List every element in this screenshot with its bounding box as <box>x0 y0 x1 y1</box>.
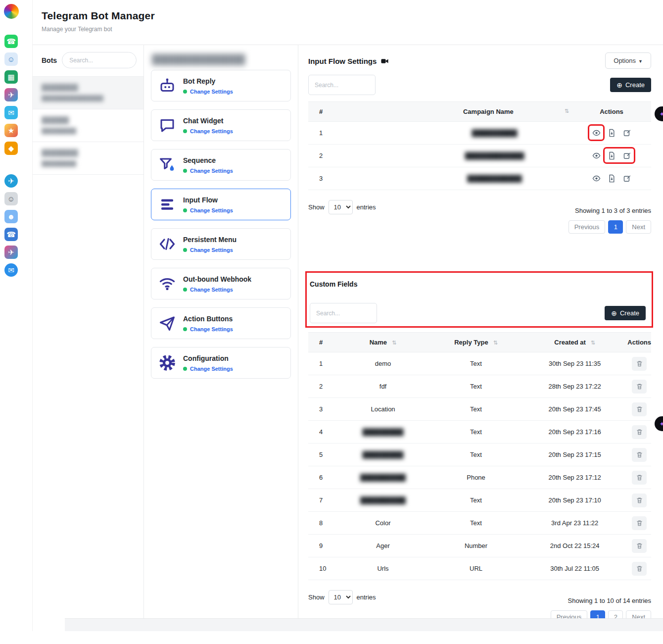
delete-button[interactable] <box>632 494 647 507</box>
settings-card-outbound-webhook[interactable]: Out-bound Webhook Change Settings <box>151 268 291 299</box>
table-row: 9 Ager Number 2nd Oct 22 15:24 <box>308 535 651 557</box>
table-header-row: # Name⇅ Reply Type⇅ Created at⇅ Actions <box>308 333 651 352</box>
settings-card-sequence[interactable]: Sequence Change Settings <box>151 149 291 181</box>
delete-button[interactable] <box>632 357 647 371</box>
change-settings-link[interactable]: Change Settings <box>190 366 233 372</box>
change-settings-link[interactable]: Change Settings <box>190 128 233 134</box>
delete-button[interactable] <box>632 516 647 530</box>
row-num: 10 <box>308 557 336 580</box>
main-panel: Telegram Bot Manager Manage your Telegra… <box>32 0 663 631</box>
field-name: █████████ <box>336 421 430 444</box>
bots-search-input[interactable] <box>62 52 137 68</box>
previous-page-button[interactable]: Previous <box>568 220 606 234</box>
table-row: 10 Urls URL 30th Jul 22 11:05 <box>308 557 651 580</box>
next-page-button[interactable]: Next <box>626 220 651 234</box>
col-header-num[interactable]: # <box>308 333 336 352</box>
settings-card-configuration[interactable]: Configuration Change Settings <box>151 347 291 379</box>
telegram-icon[interactable]: ✈ <box>4 174 18 188</box>
bot-gray-icon[interactable]: ☺ <box>4 192 18 205</box>
delete-button[interactable] <box>632 471 647 485</box>
telegram-2-icon[interactable]: ✈ <box>4 246 18 259</box>
telegram-glyph: ✈ <box>8 177 14 186</box>
settings-card-bot-reply[interactable]: Bot Reply Change Settings <box>151 70 291 101</box>
chat-teal-icon[interactable]: ✉ <box>4 106 18 119</box>
sheets-icon[interactable]: ▦ <box>4 70 18 84</box>
col-header-num[interactable]: # <box>308 102 417 122</box>
create-campaign-button[interactable]: ⊕Create <box>610 78 651 92</box>
telegram-colored-icon[interactable]: ✈ <box>4 88 18 101</box>
edit-button[interactable] <box>621 173 632 184</box>
col-header-name[interactable]: Name⇅ <box>336 333 430 352</box>
bot-list-item[interactable]: ████████ █████████ <box>33 142 143 175</box>
col-header-created-at[interactable]: Created at⇅ <box>522 333 627 352</box>
delete-button[interactable] <box>632 562 647 576</box>
app-logo[interactable] <box>4 4 19 19</box>
caret-down-icon: ▼ <box>638 59 643 64</box>
settings-card-chat-widget[interactable]: Chat Widget Change Settings <box>151 109 291 141</box>
group-icon[interactable]: ☻ <box>4 210 18 223</box>
export-button[interactable] <box>606 150 617 161</box>
delete-button[interactable] <box>632 402 647 416</box>
view-button[interactable] <box>591 150 602 161</box>
view-button[interactable] <box>591 127 602 138</box>
change-settings-link[interactable]: Change Settings <box>190 89 233 95</box>
row-num: 1 <box>308 352 336 375</box>
table-row: 6 ██████████ Phone 20th Sep 23 17:12 <box>308 466 651 489</box>
input-flow-icon <box>158 196 176 213</box>
app-icon-rail: ☎ ☺ ▦ ✈ ✉ ★ ◆ ✈ ☺ ☻ ☎ ✈ ✉ <box>0 0 22 644</box>
change-settings-link[interactable]: Change Settings <box>190 247 233 253</box>
settings-card-action-buttons[interactable]: Action Buttons Change Settings <box>151 307 291 339</box>
shop-icon[interactable]: ◆ <box>4 142 18 155</box>
bot-messenger-icon[interactable]: ☺ <box>4 52 18 66</box>
delete-button[interactable] <box>632 539 647 553</box>
annotation-box <box>591 127 602 138</box>
edit-button[interactable] <box>621 127 632 138</box>
created-at: 20th Sep 23 17:15 <box>522 444 627 466</box>
show-label: Show <box>308 594 325 601</box>
whatsapp-icon[interactable]: ☎ <box>4 35 18 48</box>
custom-fields-search-input[interactable] <box>310 303 377 323</box>
reply-type: Text <box>430 375 522 398</box>
settings-card-persistent-menu[interactable]: Persistent Menu Change Settings <box>151 228 291 260</box>
col-header-campaign-name[interactable]: Campaign Name⇅ <box>417 102 572 122</box>
emoji-app-icon[interactable]: ★ <box>4 124 18 137</box>
change-settings-link[interactable]: Change Settings <box>190 326 233 332</box>
chat-glyph: ✉ <box>8 108 14 117</box>
page-number-button[interactable]: 1 <box>608 220 623 234</box>
view-button[interactable] <box>591 173 602 184</box>
field-name: fdf <box>336 375 430 398</box>
create-field-button[interactable]: ⊕Create <box>605 306 646 320</box>
input-flow-search-input[interactable] <box>308 75 376 95</box>
bot-list-item[interactable]: ██████ █████████ <box>33 109 143 142</box>
export-button[interactable] <box>606 127 617 138</box>
delete-button[interactable] <box>632 425 647 439</box>
options-button[interactable]: Options▼ <box>605 52 651 69</box>
edit-button[interactable] <box>621 150 632 161</box>
messenger-icon[interactable]: ✉ <box>4 263 18 277</box>
sort-icon[interactable]: ⇅ <box>392 340 396 346</box>
delete-button[interactable] <box>632 380 647 394</box>
status-dot-icon <box>183 169 187 173</box>
change-settings-link[interactable]: Change Settings <box>190 287 233 293</box>
status-dot-icon <box>183 327 187 331</box>
bot-list-item[interactable]: ████████ ████████████████ <box>33 77 143 109</box>
row-num: 2 <box>308 375 336 398</box>
bot-name: ████████ <box>42 84 136 91</box>
sort-icon[interactable]: ⇅ <box>565 108 569 114</box>
status-dot-icon <box>183 90 187 94</box>
export-button[interactable] <box>606 173 617 184</box>
change-settings-link[interactable]: Change Settings <box>190 207 233 213</box>
viber-icon[interactable]: ☎ <box>4 228 18 241</box>
card-title: Out-bound Webhook <box>183 275 251 283</box>
settings-card-input-flow[interactable]: Input Flow Change Settings <box>151 189 291 220</box>
page-size-select[interactable]: 10 <box>329 590 353 604</box>
col-header-reply-type[interactable]: Reply Type⇅ <box>430 333 522 352</box>
create-label: Create <box>625 81 645 89</box>
sort-icon[interactable]: ⇅ <box>493 340 498 346</box>
bot-username: █████████ <box>42 160 136 166</box>
plane-glyph: ✈ <box>8 91 14 99</box>
sort-icon[interactable]: ⇅ <box>591 340 595 346</box>
change-settings-link[interactable]: Change Settings <box>190 168 233 174</box>
page-size-select[interactable]: 10 <box>329 200 353 214</box>
delete-button[interactable] <box>632 448 647 462</box>
